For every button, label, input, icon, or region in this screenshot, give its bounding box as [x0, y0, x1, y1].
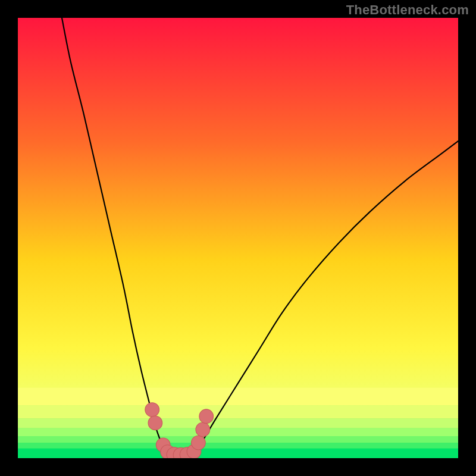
gradient-band: [18, 428, 458, 436]
gradient-band: [18, 418, 458, 428]
valley-marker: [145, 403, 159, 417]
valley-marker: [192, 436, 206, 450]
plot-area: [18, 18, 458, 458]
gradient-band: [18, 405, 458, 418]
valley-marker: [148, 416, 162, 430]
watermark-text: TheBottleneck.com: [346, 2, 469, 18]
gradient-band: [18, 449, 458, 458]
gradient-band: [18, 436, 458, 443]
valley-marker: [196, 422, 210, 437]
gradient-band: [18, 388, 458, 406]
bottleneck-curve-chart: [18, 18, 458, 458]
valley-marker: [199, 409, 214, 424]
green-band-stack: [18, 388, 458, 458]
chart-frame: TheBottleneck.com: [0, 0, 476, 476]
gradient-band: [18, 443, 458, 449]
